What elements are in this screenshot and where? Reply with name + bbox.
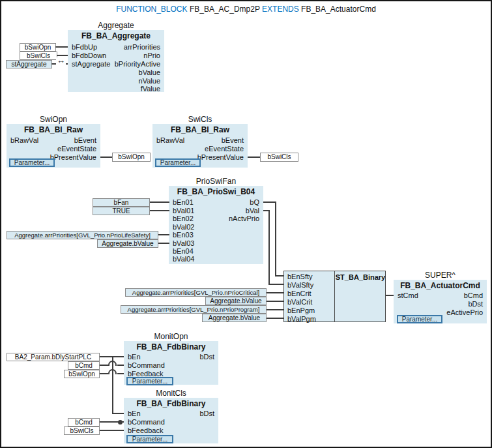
struct-field[interactable]: bValPgm: [287, 315, 316, 323]
wire: [100, 430, 124, 431]
input-pin[interactable]: bEn: [128, 410, 141, 418]
output-pin[interactable]: bDst: [199, 353, 214, 361]
output-pin[interactable]: bPriorityActive: [115, 60, 160, 68]
fb-super-actuatorcmd[interactable]: FB_BA_ActuatorCmd stCmd bCmd bDst eActiv…: [394, 280, 487, 323]
var-box-bswiopn-out[interactable]: bSwiOpn: [112, 153, 151, 162]
var-box-bswicls-fb[interactable]: bSwiCls: [64, 426, 100, 435]
struct-type-label: ST_BA_Binary: [335, 273, 386, 281]
fb-monitopn[interactable]: FB_BA_FdbBinary bEn bCommand bFeedback b…: [124, 341, 218, 385]
fb-swicls[interactable]: FB_BA_BI_Raw bRawVal bEvent eEventState …: [152, 124, 248, 168]
input-pin[interactable]: bVal04: [173, 255, 194, 263]
var-box-agg-bvalue[interactable]: Aggregate.bValue: [202, 314, 267, 322]
output-pin[interactable]: eActivePrio: [446, 308, 483, 317]
struct-st-ba-binary[interactable]: ST_BA_Binary bEnSfty bValSfty bEnCrit bV…: [283, 271, 386, 322]
input-pin[interactable]: stCmd: [398, 291, 418, 300]
var-box-bswicls[interactable]: bSwiCls: [20, 52, 57, 60]
fb-type-label: FB_BA_Aggregate: [68, 31, 164, 40]
output-pin[interactable]: fValue: [141, 85, 160, 93]
output-pin[interactable]: bPresentValue: [50, 153, 96, 162]
parameter-button[interactable]: Parameter...: [126, 435, 173, 443]
parameter-button[interactable]: Parameter...: [9, 158, 55, 167]
wire: [55, 46, 68, 48]
output-pin[interactable]: nActvPrio: [229, 215, 259, 223]
output-pin[interactable]: eEventState: [205, 145, 244, 153]
var-box-prio-lifesafety[interactable]: Aggregate.arrPriorities[GVL_Prio.nPrioLi…: [7, 231, 158, 239]
instance-label-swicls: SwiCls: [152, 115, 248, 124]
var-box-agg-bvalue[interactable]: Aggregate.bValue: [97, 239, 158, 248]
fb-type-label: FB_BA_PrioSwi_B04: [169, 187, 263, 196]
var-box-ba2-param[interactable]: BA2_Param.bDlyStartPLC: [7, 353, 100, 361]
parameter-button[interactable]: Parameter...: [155, 158, 201, 167]
wire: [150, 210, 169, 211]
struct-field[interactable]: bEnSfty: [287, 273, 313, 281]
output-pin[interactable]: bPresentValue: [197, 153, 244, 162]
wire: [275, 275, 284, 276]
junction-dot: [118, 420, 123, 425]
fb-type-label: FB_BA_BI_Raw: [152, 125, 248, 134]
wire: [275, 202, 276, 276]
fb-type-label: FB_BA_FdbBinary: [124, 399, 218, 408]
var-box-true[interactable]: TRUE: [93, 207, 150, 215]
wire: [248, 157, 260, 158]
fb-swiopn[interactable]: FB_BA_BI_Raw bRawVal bEvent eEventState …: [7, 124, 100, 168]
parameter-button[interactable]: Parameter...: [397, 315, 442, 323]
wire: [112, 413, 124, 414]
input-pin[interactable]: bRawVal: [10, 136, 38, 145]
fb-type-label: FB_BA_BI_Raw: [7, 125, 100, 134]
struct-field[interactable]: bValSfty: [287, 281, 313, 290]
keyword-extends: EXTENDS: [262, 5, 299, 14]
wire: [267, 292, 284, 293]
input-pin[interactable]: bRawVal: [156, 136, 184, 145]
struct-field[interactable]: bEnCrit: [287, 290, 311, 298]
output-pin[interactable]: bDst: [468, 300, 483, 308]
var-box-agg-bvalue[interactable]: Aggregate.bValue: [205, 297, 267, 305]
parent-block-name: FB_BA_ActuatorCmd: [301, 5, 376, 14]
inout-arrow-icon: ↔: [56, 57, 66, 65]
cfc-editor-canvas[interactable]: FUNCTION_BLOCK FB_BA_AC_Dmp2P EXTENDS FB…: [0, 0, 492, 448]
fb-prioswifan[interactable]: FB_BA_PrioSwi_B04 bEn01 bVal01 bEn02 bVa…: [169, 186, 263, 264]
var-box-staggregate[interactable]: stAggregate: [6, 60, 52, 68]
input-pin[interactable]: bEn03: [173, 231, 194, 239]
wire: [268, 210, 270, 285]
struct-field[interactable]: bEnPgm: [287, 306, 315, 315]
output-pin[interactable]: arrPriorities: [124, 43, 160, 52]
input-pin[interactable]: bFdbDown: [72, 52, 106, 60]
var-box-bcmd[interactable]: bCmd: [68, 361, 100, 370]
input-pin[interactable]: bFeedback: [128, 426, 163, 435]
fb-type-label: FB_BA_ActuatorCmd: [394, 281, 487, 290]
output-pin[interactable]: eEventState: [57, 145, 96, 153]
wire: [158, 234, 169, 235]
var-box-bfan[interactable]: bFan: [93, 198, 150, 207]
input-pin[interactable]: bEn: [128, 353, 141, 361]
struct-field[interactable]: bValCrit: [287, 298, 312, 306]
instance-label-super: SUPER^: [394, 271, 487, 280]
output-pin[interactable]: bValue: [139, 68, 160, 77]
var-box-bcmd[interactable]: bCmd: [68, 418, 100, 426]
input-pin[interactable]: bCommand: [128, 361, 165, 370]
fb-aggregate[interactable]: FB_BA_Aggregate bFdbUp bFdbDown stAggreg…: [68, 30, 164, 92]
var-box-prio-program[interactable]: Aggregate.arrPriorities[GVL_Prio.nPrioPr…: [121, 305, 267, 314]
var-box-bswiopn-fb[interactable]: bSwiOpn: [64, 370, 100, 378]
output-pin[interactable]: bQ: [250, 198, 259, 207]
input-pin[interactable]: bEn01: [173, 198, 194, 207]
fb-monitcls[interactable]: FB_BA_FdbBinary bEn bCommand bFeedback b…: [124, 398, 218, 443]
wire: [158, 243, 169, 244]
instance-label-aggregate: Aggregate: [68, 21, 164, 30]
input-pin[interactable]: bEn02: [173, 215, 194, 223]
var-box-bswicls-out[interactable]: bSwiCls: [260, 153, 298, 162]
input-pin[interactable]: stAggregate: [72, 60, 110, 68]
output-pin[interactable]: bDst: [199, 410, 214, 418]
output-pin[interactable]: nPrio: [143, 52, 160, 60]
wire: [117, 365, 124, 366]
wire: [117, 373, 124, 374]
input-pin[interactable]: bCommand: [128, 418, 165, 426]
parameter-button[interactable]: Parameter...: [126, 377, 173, 385]
var-box-bswiopn[interactable]: bSwiOpn: [20, 43, 56, 52]
var-box-prio-critical[interactable]: Aggregate.arrPriorities[GVL_Prio.nPrioCr…: [125, 288, 267, 297]
wire: [267, 301, 284, 302]
input-pin[interactable]: bFdbUp: [72, 43, 97, 52]
output-pin[interactable]: bEvent: [222, 136, 244, 145]
output-pin[interactable]: bEvent: [74, 136, 96, 145]
output-pin[interactable]: bCmd: [464, 291, 483, 300]
wire-hop: [108, 369, 117, 374]
